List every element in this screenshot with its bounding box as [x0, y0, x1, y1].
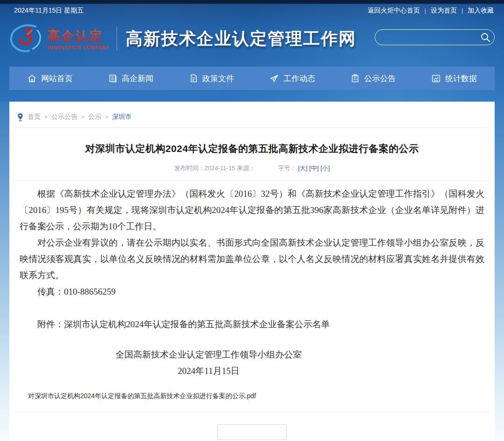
logo-text-block: 高企认定 INNOVATION COMPANY [48, 28, 109, 50]
news-icon [108, 74, 118, 83]
link-add-favorite[interactable]: 加入收藏 [468, 7, 494, 15]
bottom-action-box[interactable] [217, 424, 287, 440]
logo-en-text: INNOVATION COMPANY [48, 45, 109, 50]
fax-line: 传真：010-88656259 [20, 283, 484, 300]
fontsize-label: 字号： [278, 165, 296, 172]
search-icon [480, 32, 491, 43]
site-title: 高新技术企业认定管理工作网 [126, 28, 356, 50]
font-size-medium-button[interactable]: [中] [309, 165, 319, 172]
location-pin-icon [17, 113, 24, 121]
policy-icon [189, 74, 198, 83]
nav-item-announcements[interactable]: 公示公告 [346, 73, 400, 84]
article-meta: 发布时间：2024-11-15 来源： 字号： [大] [中] [小] [9, 164, 495, 172]
publish-date: 2024-11-15 [204, 165, 235, 172]
breadcrumb-separator: > [81, 114, 84, 120]
site-header: 2024年11月15日 星期五 返回火炬中心首页 | 设为首页 | 加入收藏 高… [0, 0, 504, 102]
source-label: 来源： [237, 165, 255, 172]
site-logo-icon [7, 24, 47, 54]
nav-label: 网站首页 [41, 73, 73, 84]
link-torch-home[interactable]: 返回火炬中心首页 [368, 7, 420, 15]
publish-time-label: 发布时间： [174, 165, 204, 172]
signature-office: 全国高新技术企业认定管理工作领导小组办公室 [20, 346, 398, 363]
font-size-large-button[interactable]: [大] [298, 165, 308, 172]
nav-item-news[interactable]: 高企新闻 [104, 73, 158, 84]
nav-item-statistics[interactable]: 统计数据 [427, 73, 482, 84]
link-set-homepage[interactable]: 设为首页 [431, 7, 457, 15]
main-nav: 网站首页 高企新闻 政策文件 工作动态 [9, 67, 495, 90]
nav-label: 工作动态 [283, 73, 315, 84]
logo-cn-text: 高企认定 [48, 28, 109, 44]
breadcrumb-divider [15, 127, 489, 128]
breadcrumb-current-shenzhen[interactable]: 深圳市 [112, 113, 132, 121]
nav-item-home[interactable]: 网站首页 [22, 73, 77, 84]
search-box [375, 29, 495, 45]
current-date: 2024年11月15日 星期五 [14, 7, 84, 15]
article-paragraph-2: 对公示企业有异议的，请在公示期内以实名、书面形式向全国高新技术企业认定管理工作领… [20, 234, 484, 283]
search-button[interactable] [480, 32, 491, 43]
bottom-divider [15, 412, 489, 412]
breadcrumb-announcements[interactable]: 公示公告 [51, 113, 77, 121]
top-dark-strip [0, 0, 504, 4]
article-body: 根据《高新技术企业认定管理办法》（国科发火〔2016〕32号）和《高新技术企业认… [9, 181, 495, 379]
nav-label: 政策文件 [203, 73, 234, 84]
breadcrumb: 首页 > 公示公告 > 公示 > 深圳市 [9, 102, 495, 127]
search-input[interactable] [375, 29, 495, 45]
nav-item-updates[interactable]: 工作动态 [265, 73, 320, 84]
attachment-line: 附件：深圳市认定机构2024年认定报备的第五批高新技术企业备案公示名单 [20, 316, 484, 332]
nav-label: 公示公告 [364, 73, 396, 84]
top-bar: 2024年11月15日 星期五 返回火炬中心首页 | 设为首页 | 加入收藏 [14, 7, 494, 15]
nav-label: 统计数据 [445, 73, 477, 84]
home-icon [27, 74, 37, 83]
content-card: 首页 > 公示公告 > 公示 > 深圳市 对深圳市认定机构2024年认定报备的第… [9, 102, 495, 441]
clipboard-icon [350, 74, 360, 83]
article-paragraph-1: 根据《高新技术企业认定管理办法》（国科发火〔2016〕32号）和《高新技术企业认… [20, 186, 484, 234]
pdf-attachment-link[interactable]: 对深圳市认定机构2024年认定报备的第五批高新技术企业拟进行备案的公示.pdf [28, 392, 495, 400]
signature-block: 全国高新技术企业认定管理工作领导小组办公室 2024年11月15日 [20, 346, 484, 379]
breadcrumb-separator: > [44, 114, 48, 120]
breadcrumb-separator: > [105, 114, 108, 120]
font-size-small-button[interactable]: [小] [320, 165, 329, 172]
breadcrumb-publicity[interactable]: 公示 [88, 113, 101, 121]
brand-divider [117, 27, 117, 51]
article-title: 对深圳市认定机构2024年认定报备的第五批高新技术企业拟进行备案的公示 [28, 142, 476, 155]
breadcrumb-home[interactable]: 首页 [28, 113, 41, 121]
plane-icon [269, 74, 279, 83]
chart-icon [431, 74, 441, 83]
link-separator: | [462, 7, 463, 14]
nav-item-policy[interactable]: 政策文件 [184, 73, 239, 84]
topbar-links: 返回火炬中心首页 | 设为首页 | 加入收藏 [368, 7, 494, 15]
link-separator: | [425, 7, 426, 14]
nav-label: 高企新闻 [122, 73, 154, 84]
signature-date: 2024年11月15日 [20, 363, 398, 379]
